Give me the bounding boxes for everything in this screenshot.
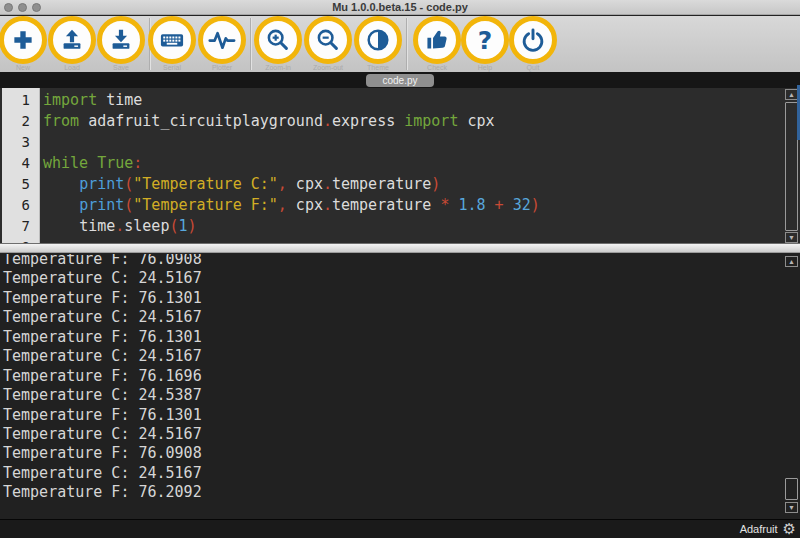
plus-icon bbox=[9, 26, 37, 54]
upload-tray-icon bbox=[58, 26, 86, 54]
code-line: time.sleep(1) bbox=[43, 216, 786, 237]
code-line bbox=[43, 132, 786, 153]
line-number: 7 bbox=[2, 216, 30, 237]
console-line: Temperature C: 24.5167 bbox=[3, 425, 800, 444]
save-button[interactable] bbox=[97, 16, 145, 64]
toolbar-label: Quit bbox=[509, 64, 557, 71]
console-line: Temperature F: 76.0908 bbox=[3, 254, 800, 269]
pulse-icon bbox=[208, 26, 236, 54]
serial-button[interactable] bbox=[148, 16, 196, 64]
console-line: Temperature F: 76.1301 bbox=[3, 328, 800, 347]
line-number: 5 bbox=[2, 174, 30, 195]
toolbar-separator bbox=[406, 18, 407, 70]
toolbar: New Load Save Serial Plotter Zoom-in Zoo… bbox=[0, 16, 800, 72]
console-line: Temperature F: 76.1696 bbox=[3, 367, 800, 386]
keyboard-icon bbox=[158, 26, 186, 54]
console-line: Temperature C: 24.5167 bbox=[3, 464, 800, 483]
toolbar-label: Zoom-in bbox=[254, 64, 302, 71]
window-title: Mu 1.0.0.beta.15 - code.py bbox=[0, 1, 800, 13]
toolbar-label: Serial bbox=[148, 64, 196, 71]
status-bar: Adafruit ⚙ bbox=[0, 519, 800, 538]
console-line: Temperature F: 76.0908 bbox=[3, 444, 800, 463]
code-line: import time bbox=[43, 90, 786, 111]
title-bar: Mu 1.0.0.beta.15 - code.py bbox=[0, 0, 800, 15]
magnifier-plus-icon bbox=[264, 26, 292, 54]
console-line: Temperature C: 24.5167 bbox=[3, 347, 800, 366]
toolbar-separator bbox=[250, 18, 251, 70]
line-number: 6 bbox=[2, 195, 30, 216]
gear-icon[interactable]: ⚙ bbox=[783, 522, 796, 537]
toolbar-label: Check bbox=[413, 64, 461, 71]
zoom-in-button[interactable] bbox=[254, 16, 302, 64]
toolbar-label: Theme bbox=[354, 64, 402, 71]
line-number: 4 bbox=[2, 153, 30, 174]
line-number-gutter: 12345678 bbox=[2, 88, 40, 243]
toolbar-label: Zoom-out bbox=[304, 64, 352, 71]
console-scroll-up-icon[interactable]: ▲ bbox=[785, 256, 798, 267]
toolbar-label: Plotter bbox=[198, 64, 246, 71]
download-tray-icon bbox=[107, 26, 135, 54]
code-line: print("Temperature C:", cpx.temperature) bbox=[43, 174, 786, 195]
code-line: print("Temperature F:", cpx.temperature … bbox=[43, 195, 786, 216]
line-number: 1 bbox=[2, 90, 30, 111]
toolbar-label: Load bbox=[48, 64, 96, 71]
console-line: Temperature C: 24.5167 bbox=[3, 308, 800, 327]
power-icon bbox=[519, 26, 547, 54]
toolbar-label: Save bbox=[97, 64, 145, 71]
console-scroll-down-icon[interactable]: ▼ bbox=[785, 502, 798, 513]
code-editor: 12345678 import timefrom adafruit_circui… bbox=[0, 88, 800, 243]
code-text-area[interactable]: import timefrom adafruit_circuitplaygrou… bbox=[41, 88, 786, 243]
tab-code-py[interactable]: code.py bbox=[366, 74, 434, 87]
line-number: 3 bbox=[2, 132, 30, 153]
quit-button[interactable] bbox=[509, 16, 557, 64]
console-scrollbar-thumb[interactable] bbox=[785, 478, 798, 500]
contrast-icon bbox=[364, 26, 392, 54]
question-icon: ? bbox=[478, 28, 493, 53]
mu-editor-window: Mu 1.0.0.beta.15 - code.py New Load Save… bbox=[0, 0, 800, 538]
editor-scroll-down-icon[interactable]: ▼ bbox=[785, 232, 798, 243]
theme-button[interactable] bbox=[354, 16, 402, 64]
code-line: while True: bbox=[43, 153, 786, 174]
check-button[interactable] bbox=[413, 16, 461, 64]
console-line: Temperature F: 76.1301 bbox=[3, 289, 800, 308]
console-output: Temperature F: 76.0908Temperature C: 24.… bbox=[0, 254, 800, 503]
help-button[interactable]: ? bbox=[461, 16, 509, 64]
toolbar-label: New bbox=[0, 64, 47, 71]
plotter-button[interactable] bbox=[198, 16, 246, 64]
new-button[interactable] bbox=[0, 16, 47, 64]
console-line: Temperature F: 76.2092 bbox=[3, 483, 800, 502]
zoom-out-button[interactable] bbox=[304, 16, 352, 64]
code-line: from adafruit_circuitplayground.express … bbox=[43, 111, 786, 132]
console-line: Temperature F: 76.1301 bbox=[3, 406, 800, 425]
serial-console[interactable]: Temperature F: 76.0908Temperature C: 24.… bbox=[0, 254, 800, 519]
magnifier-minus-icon bbox=[314, 26, 342, 54]
console-line: Temperature C: 24.5167 bbox=[3, 269, 800, 288]
mode-label[interactable]: Adafruit bbox=[740, 523, 778, 535]
line-number: 2 bbox=[2, 111, 30, 132]
console-line: Temperature C: 24.5387 bbox=[3, 386, 800, 405]
toolbar-label: Help bbox=[461, 64, 509, 71]
thumbs-up-icon bbox=[423, 26, 451, 54]
load-button[interactable] bbox=[48, 16, 96, 64]
pane-splitter-handle[interactable] bbox=[0, 243, 800, 253]
tab-strip: code.py bbox=[0, 72, 800, 88]
